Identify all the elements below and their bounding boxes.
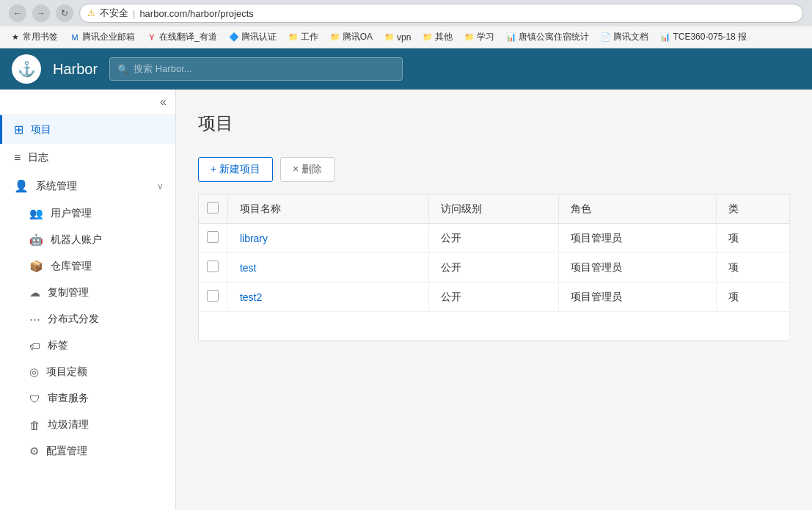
box-icon: 📦 [29, 260, 43, 273]
bookmark-7[interactable]: 📁 其他 [418, 29, 457, 45]
toolbar: + 新建项目 × 删除 [198, 157, 790, 182]
new-project-button[interactable]: + 新建项目 [198, 157, 273, 182]
row-name-2[interactable]: test2 [227, 283, 428, 312]
bookmark-5[interactable]: 📁 腾讯OA [326, 29, 377, 45]
trash-icon: 🗑 [29, 419, 40, 431]
sidebar-item-config[interactable]: ⚙ 配置管理 [0, 438, 175, 465]
search-icon: 🔍 [117, 64, 129, 75]
browser-bar: ← → ↻ ⚠ 不安全 | harbor.com/harbor/projects [0, 0, 812, 26]
bookmark-4[interactable]: 📁 工作 [284, 29, 323, 45]
bookmark-0[interactable]: ★ 常用书签 [6, 29, 62, 45]
sidebar-item-tags[interactable]: 🏷 标签 [0, 332, 175, 359]
sidebar-item-sysadmin[interactable]: 👤 系统管理 ∨ [0, 172, 175, 200]
harbor-title: Harbor [53, 61, 98, 78]
sidebar: « ⊞ 项目 ≡ 日志 👤 系统管理 ∨ 👥 用户管理 [0, 90, 176, 510]
harbor-logo: ⚓ [12, 54, 41, 84]
robot-icon: 🤖 [29, 233, 43, 247]
logo-symbol: ⚓ [18, 60, 36, 78]
grid-icon: ⊞ [14, 123, 23, 136]
sidebar-item-audit-label: 审查服务 [48, 392, 89, 405]
bookmark-10[interactable]: 📄 腾讯文档 [596, 29, 653, 45]
sidebar-item-projects[interactable]: ⊞ 项目 [0, 115, 175, 144]
bookmark-icon-7: 📁 [423, 32, 433, 43]
table-row: test2 公开 项目管理员 项 [199, 283, 790, 312]
row-name-1[interactable]: test [227, 253, 428, 283]
sidebar-item-repo-mgmt[interactable]: 📦 仓库管理 [0, 253, 175, 280]
sidebar-item-quota[interactable]: ◎ 项目定额 [0, 359, 175, 385]
row-checkbox-1[interactable] [207, 261, 219, 272]
row-checkbox-cell-2 [199, 283, 228, 312]
sidebar-item-quota-label: 项目定额 [46, 365, 87, 379]
row-access-1: 公开 [429, 253, 558, 283]
bookmark-9[interactable]: 📊 唐镇公寓住宿统计 [502, 29, 593, 45]
bookmark-icon-1: M [70, 32, 80, 43]
row-checkbox-2[interactable] [207, 290, 219, 302]
col-header-role: 角色 [558, 194, 716, 224]
sidebar-collapse-button[interactable]: « [160, 95, 167, 109]
table-empty-row [199, 312, 790, 341]
circle-icon: ◎ [29, 365, 39, 379]
sidebar-item-robot-accounts[interactable]: 🤖 机器人账户 [0, 227, 175, 253]
address-bar[interactable]: ⚠ 不安全 | harbor.com/harbor/projects [79, 4, 803, 23]
sidebar-item-user-mgmt[interactable]: 👥 用户管理 [0, 200, 175, 227]
header-search[interactable]: 🔍 搜索 Harbor... [109, 57, 403, 81]
sidebar-collapse-area: « [0, 90, 175, 115]
row-role-0: 项目管理员 [558, 224, 716, 253]
row-checkbox-cell-0 [199, 224, 228, 253]
bookmark-icon-6: 📁 [384, 32, 395, 43]
url-text: harbor.com/harbor/projects [139, 8, 253, 19]
sidebar-item-replication-label: 复制管理 [48, 286, 89, 299]
sidebar-item-logs-label: 日志 [28, 151, 48, 164]
bookmark-icon-11: 📊 [660, 32, 670, 43]
bookmark-icon-8: 📁 [464, 32, 475, 43]
row-role-1: 项目管理员 [558, 253, 716, 283]
sidebar-item-sysadmin-label: 系统管理 [36, 180, 77, 193]
delete-button[interactable]: × 删除 [280, 157, 334, 182]
main-layout: « ⊞ 项目 ≡ 日志 👤 系统管理 ∨ 👥 用户管理 [0, 90, 812, 510]
insecure-icon: ⚠ [87, 8, 95, 18]
table-row: test 公开 项目管理员 项 [199, 253, 790, 283]
row-access-0: 公开 [429, 224, 558, 253]
sidebar-item-gc-label: 垃圾清理 [48, 418, 89, 431]
table-row: library 公开 项目管理员 项 [199, 224, 790, 253]
sidebar-item-robot-accounts-label: 机器人账户 [51, 233, 102, 247]
refresh-button[interactable]: ↻ [56, 4, 73, 22]
bookmark-1[interactable]: M 腾讯企业邮箱 [65, 29, 139, 45]
sidebar-item-replication[interactable]: ☁ 复制管理 [0, 280, 175, 306]
content-area: 项目 + 新建项目 × 删除 项目名称 [176, 90, 812, 510]
app-container: ⚓ Harbor 🔍 搜索 Harbor... « ⊞ 项目 ≡ 日志 👤 系 [0, 48, 812, 510]
sidebar-item-projects-label: 项目 [31, 123, 51, 136]
sidebar-item-logs[interactable]: ≡ 日志 [0, 144, 175, 172]
select-all-checkbox[interactable] [207, 202, 219, 214]
sidebar-item-gc[interactable]: 🗑 垃圾清理 [0, 412, 175, 438]
cloud-icon: ☁ [29, 286, 40, 299]
bookmark-8[interactable]: 📁 学习 [460, 29, 499, 45]
back-button[interactable]: ← [9, 4, 26, 22]
insecure-label: 不安全 [100, 7, 128, 20]
projects-table: 项目名称 访问级别 角色 类 [198, 194, 790, 341]
sidebar-item-audit[interactable]: 🛡 审查服务 [0, 385, 175, 412]
bookmark-icon-10: 📄 [601, 32, 611, 43]
app-header: ⚓ Harbor 🔍 搜索 Harbor... [0, 48, 812, 90]
sidebar-item-distribution[interactable]: ⋯ 分布式分发 [0, 306, 175, 332]
row-checkbox-cell-1 [199, 253, 228, 283]
row-checkbox-0[interactable] [207, 231, 219, 243]
row-type-2: 项 [717, 283, 790, 312]
row-type-0: 项 [717, 224, 790, 253]
bookmark-11[interactable]: 📊 TCE360-075-18 报 [656, 29, 751, 45]
col-header-access: 访问级别 [429, 194, 558, 224]
bookmark-3[interactable]: 🔷 腾讯认证 [224, 29, 281, 45]
shield-icon: 🛡 [29, 393, 40, 405]
bookmark-icon-2: Y [147, 32, 157, 43]
search-placeholder: 搜索 Harbor... [133, 62, 191, 76]
sidebar-item-config-label: 配置管理 [46, 445, 87, 458]
bookmark-icon-9: 📊 [506, 32, 516, 43]
row-name-0[interactable]: library [227, 224, 428, 253]
row-role-2: 项目管理员 [558, 283, 716, 312]
bookmark-6[interactable]: 📁 vpn [380, 31, 415, 44]
col-header-type: 类 [717, 194, 790, 224]
bookmark-2[interactable]: Y 在线翻译_有道 [142, 29, 222, 45]
list-icon: ≡ [14, 151, 21, 164]
row-type-1: 项 [717, 253, 790, 283]
forward-button[interactable]: → [32, 4, 50, 22]
